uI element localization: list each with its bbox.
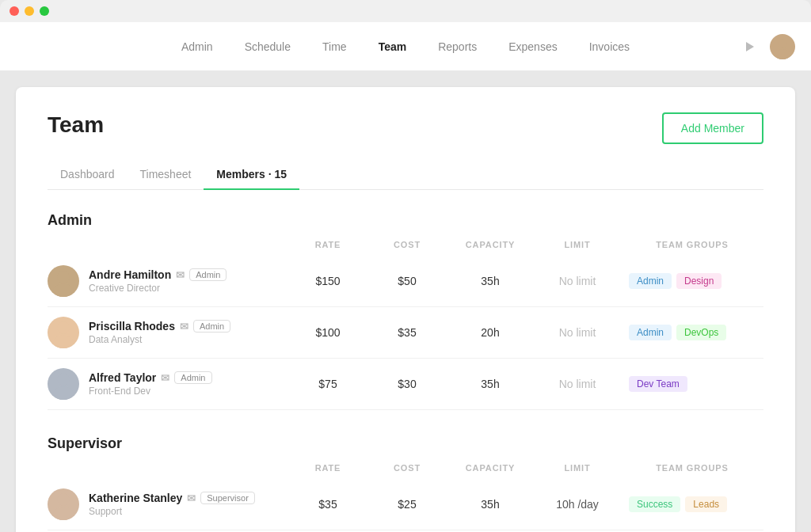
- tag-design: Design: [676, 273, 722, 289]
- role-badge: Supervisor: [200, 492, 255, 504]
- play-button[interactable]: [738, 36, 760, 58]
- maximize-button[interactable]: [40, 6, 49, 16]
- page-header: Team Add Member: [48, 112, 763, 144]
- limit-value: No limit: [534, 326, 621, 339]
- member-info: Priscilla Rhodes ✉ Admin Data Analyst: [48, 317, 288, 348]
- mail-icon[interactable]: ✉: [180, 321, 188, 332]
- role-badge: Admin: [193, 320, 230, 332]
- member-role-title: Data Analyst: [89, 334, 230, 345]
- col-rate: RATE: [288, 240, 367, 249]
- supervisor-table-header: RATE COST CAPACITY LIMIT TEAM GROUPS: [48, 463, 763, 479]
- rate-value: $35: [288, 498, 367, 511]
- table-row: Katherine Stanley ✉ Supervisor Support $…: [48, 479, 763, 530]
- nav-bar: Admin Schedule Time Team Reports Expense…: [0, 22, 811, 71]
- tag-devops: DevOps: [676, 325, 726, 340]
- rate-value: $75: [288, 378, 367, 390]
- col-cost: COST: [367, 240, 447, 249]
- tags-cell: Success Leads: [621, 496, 763, 512]
- nav-team[interactable]: Team: [363, 34, 423, 59]
- cost-value: $50: [367, 275, 447, 287]
- mail-icon[interactable]: ✉: [176, 269, 185, 281]
- minimize-button[interactable]: [25, 6, 34, 16]
- table-row: Alfred Taylor ✉ Admin Front-End Dev $75 …: [48, 359, 763, 410]
- svg-point-7: [57, 373, 70, 386]
- svg-marker-0: [746, 42, 754, 51]
- member-name-block: Alfred Taylor ✉ Admin Front-End Dev: [89, 371, 212, 397]
- nav-links: Admin Schedule Time Team Reports Expense…: [166, 34, 645, 59]
- tag-leads: Leads: [685, 496, 727, 512]
- col-limit: LIMIT: [534, 240, 621, 249]
- sub-tabs: Dashboard Timesheet Members · 15: [48, 160, 763, 190]
- col-capacity: CAPACITY: [447, 240, 534, 249]
- member-info: Katherine Stanley ✉ Supervisor Support: [48, 488, 288, 520]
- content-card: Team Add Member Dashboard Timesheet Memb…: [16, 87, 795, 532]
- main-wrapper: Team Add Member Dashboard Timesheet Memb…: [0, 71, 811, 532]
- member-name: Priscilla Rhodes ✉ Admin: [89, 320, 230, 332]
- member-info: Alfred Taylor ✉ Admin Front-End Dev: [48, 368, 288, 400]
- member-name-block: Katherine Stanley ✉ Supervisor Support: [89, 492, 255, 517]
- col-team-groups: TEAM GROUPS: [621, 240, 763, 249]
- capacity-value: 35h: [447, 378, 534, 390]
- nav-schedule[interactable]: Schedule: [229, 34, 307, 59]
- svg-point-6: [53, 335, 74, 348]
- nav-expenses[interactable]: Expenses: [493, 34, 573, 59]
- admin-table-header: RATE COST CAPACITY LIMIT TEAM GROUPS: [48, 240, 763, 256]
- col-cost: COST: [367, 463, 447, 473]
- member-name-block: Andre Hamilton ✉ Admin Creative Director: [89, 268, 227, 294]
- tags-cell: Dev Team: [621, 376, 763, 392]
- member-role-title: Support: [89, 506, 255, 517]
- nav-reports[interactable]: Reports: [422, 34, 493, 59]
- tab-dashboard[interactable]: Dashboard: [48, 160, 128, 190]
- table-row: Andre Hamilton ✉ Admin Creative Director…: [48, 256, 763, 307]
- svg-point-2: [775, 49, 790, 59]
- role-badge: Admin: [189, 268, 227, 281]
- mail-icon[interactable]: ✉: [161, 372, 169, 384]
- col-team-groups: TEAM GROUPS: [621, 463, 763, 473]
- svg-point-8: [53, 386, 74, 400]
- tags-cell: Admin DevOps: [621, 325, 763, 340]
- col-rate: RATE: [288, 463, 367, 473]
- capacity-value: 35h: [447, 498, 534, 511]
- col-limit: LIMIT: [534, 463, 621, 473]
- user-avatar[interactable]: [770, 34, 795, 59]
- svg-point-3: [57, 271, 70, 283]
- svg-point-5: [57, 321, 70, 334]
- cost-value: $30: [367, 378, 447, 390]
- tag-success: Success: [629, 496, 680, 512]
- col-name: [48, 463, 288, 473]
- tab-timesheet[interactable]: Timesheet: [128, 160, 204, 190]
- member-name-block: Priscilla Rhodes ✉ Admin Data Analyst: [89, 320, 230, 345]
- nav-projects[interactable]: Admin: [166, 34, 229, 59]
- nav-right: [738, 34, 795, 59]
- mail-icon[interactable]: ✉: [187, 492, 196, 504]
- member-info: Andre Hamilton ✉ Admin Creative Director: [48, 265, 288, 297]
- cost-value: $35: [367, 326, 447, 339]
- nav-invoices[interactable]: Invoices: [573, 34, 645, 59]
- member-name: Andre Hamilton ✉ Admin: [89, 268, 227, 281]
- capacity-value: 20h: [447, 326, 534, 339]
- col-capacity: CAPACITY: [447, 463, 534, 473]
- role-badge: Admin: [174, 371, 211, 384]
- svg-point-9: [57, 493, 70, 506]
- nav-time[interactable]: Time: [307, 34, 363, 59]
- add-member-button[interactable]: Add Member: [662, 112, 763, 144]
- table-row: Priscilla Rhodes ✉ Admin Data Analyst $1…: [48, 307, 763, 359]
- member-name: Alfred Taylor ✉ Admin: [89, 371, 212, 384]
- limit-value: 10h /day: [534, 498, 621, 511]
- tag-admin: Admin: [629, 325, 672, 340]
- svg-point-10: [53, 507, 74, 520]
- avatar: [48, 265, 79, 297]
- admin-section-title: Admin: [48, 212, 763, 229]
- supervisor-section: Supervisor RATE COST CAPACITY LIMIT TEAM…: [48, 435, 763, 532]
- limit-value: No limit: [534, 275, 621, 287]
- svg-point-1: [778, 39, 787, 48]
- close-button[interactable]: [10, 6, 19, 16]
- supervisor-section-title: Supervisor: [48, 435, 763, 452]
- member-role-title: Front-End Dev: [89, 386, 212, 397]
- admin-section: Admin RATE COST CAPACITY LIMIT TEAM GROU…: [48, 212, 763, 410]
- svg-point-4: [53, 283, 74, 297]
- rate-value: $100: [288, 326, 367, 339]
- tab-members[interactable]: Members · 15: [204, 160, 299, 190]
- tag-devteam: Dev Team: [629, 376, 687, 392]
- limit-value: No limit: [534, 378, 621, 390]
